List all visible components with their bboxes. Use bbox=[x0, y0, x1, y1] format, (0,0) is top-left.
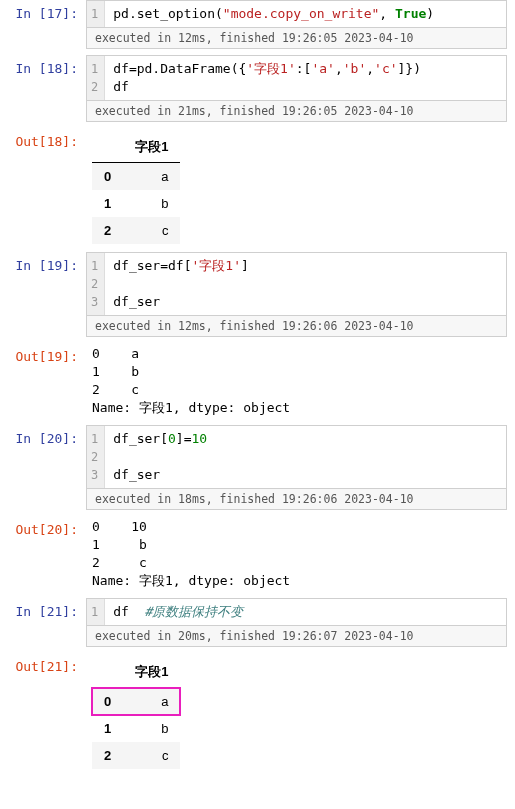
series-output-19: 0 a 1 b 2 c Name: 字段1, dtype: object bbox=[92, 345, 507, 417]
in-prompt-19: In [19]: bbox=[0, 252, 86, 273]
cell-in-21: In [21]: 1 df #原数据保持不变 executed in 20ms,… bbox=[0, 598, 515, 647]
output-area-20: 0 10 1 b 2 c Name: 字段1, dtype: object bbox=[86, 516, 507, 592]
exec-info-18: executed in 21ms, finished 19:26:05 2023… bbox=[87, 100, 506, 121]
input-area-20[interactable]: 1 2 3 df_ser[0]=10 df_ser executed in 18… bbox=[86, 425, 507, 510]
output-area-21: 字段1 0a 1b 2c bbox=[86, 653, 507, 771]
input-area-21[interactable]: 1 df #原数据保持不变 executed in 20ms, finished… bbox=[86, 598, 507, 647]
table-row: 1b bbox=[92, 190, 180, 217]
table-row: 0a bbox=[92, 163, 180, 191]
cell-in-17: In [17]: 1 pd.set_option("mode.copy_on_w… bbox=[0, 0, 515, 49]
output-area-18: 字段1 0a 1b 2c bbox=[86, 128, 507, 246]
dataframe-table-18: 字段1 0a 1b 2c bbox=[92, 132, 180, 244]
out-prompt-21: Out[21]: bbox=[0, 653, 86, 674]
code-block: 1 df #原数据保持不变 bbox=[87, 599, 506, 625]
exec-info-17: executed in 12ms, finished 19:26:05 2023… bbox=[87, 27, 506, 48]
output-area-19: 0 a 1 b 2 c Name: 字段1, dtype: object bbox=[86, 343, 507, 419]
input-area-19[interactable]: 1 2 3 df_ser=df['字段1'] df_ser executed i… bbox=[86, 252, 507, 337]
in-prompt-18: In [18]: bbox=[0, 55, 86, 76]
out-prompt-20: Out[20]: bbox=[0, 516, 86, 537]
code-block: 1 pd.set_option("mode.copy_on_write", Tr… bbox=[87, 1, 506, 27]
table-row-highlighted: 0a bbox=[92, 688, 180, 716]
code-21[interactable]: df #原数据保持不变 bbox=[105, 599, 506, 625]
cell-out-18: Out[18]: 字段1 0a 1b 2c bbox=[0, 128, 515, 246]
col-header: 字段1 bbox=[123, 657, 180, 688]
exec-info-19: executed in 12ms, finished 19:26:06 2023… bbox=[87, 315, 506, 336]
gutter: 1 bbox=[87, 1, 105, 27]
code-block: 1 2 df=pd.DataFrame({'字段1':['a','b','c']… bbox=[87, 56, 506, 100]
input-area-17[interactable]: 1 pd.set_option("mode.copy_on_write", Tr… bbox=[86, 0, 507, 49]
exec-info-21: executed in 20ms, finished 19:26:07 2023… bbox=[87, 625, 506, 646]
code-19[interactable]: df_ser=df['字段1'] df_ser bbox=[105, 253, 506, 315]
dataframe-table-21: 字段1 0a 1b 2c bbox=[92, 657, 180, 769]
col-header: 字段1 bbox=[123, 132, 180, 163]
cell-in-19: In [19]: 1 2 3 df_ser=df['字段1'] df_ser e… bbox=[0, 252, 515, 337]
gutter: 1 2 3 bbox=[87, 426, 105, 488]
cell-in-20: In [20]: 1 2 3 df_ser[0]=10 df_ser execu… bbox=[0, 425, 515, 510]
code-18[interactable]: df=pd.DataFrame({'字段1':['a','b','c']}) d… bbox=[105, 56, 506, 100]
cell-in-18: In [18]: 1 2 df=pd.DataFrame({'字段1':['a'… bbox=[0, 55, 515, 122]
gutter: 1 2 3 bbox=[87, 253, 105, 315]
out-prompt-19: Out[19]: bbox=[0, 343, 86, 364]
out-prompt-18: Out[18]: bbox=[0, 128, 86, 149]
table-row: 2c bbox=[92, 217, 180, 244]
code-block: 1 2 3 df_ser[0]=10 df_ser bbox=[87, 426, 506, 488]
code-block: 1 2 3 df_ser=df['字段1'] df_ser bbox=[87, 253, 506, 315]
in-prompt-17: In [17]: bbox=[0, 0, 86, 21]
cell-out-20: Out[20]: 0 10 1 b 2 c Name: 字段1, dtype: … bbox=[0, 516, 515, 592]
series-output-20: 0 10 1 b 2 c Name: 字段1, dtype: object bbox=[92, 518, 507, 590]
cell-out-21: Out[21]: 字段1 0a 1b 2c bbox=[0, 653, 515, 771]
table-row: 2c bbox=[92, 742, 180, 769]
gutter: 1 2 bbox=[87, 56, 105, 100]
code-20[interactable]: df_ser[0]=10 df_ser bbox=[105, 426, 506, 488]
in-prompt-20: In [20]: bbox=[0, 425, 86, 446]
input-area-18[interactable]: 1 2 df=pd.DataFrame({'字段1':['a','b','c']… bbox=[86, 55, 507, 122]
exec-info-20: executed in 18ms, finished 19:26:06 2023… bbox=[87, 488, 506, 509]
table-row: 1b bbox=[92, 715, 180, 742]
in-prompt-21: In [21]: bbox=[0, 598, 86, 619]
code-17[interactable]: pd.set_option("mode.copy_on_write", True… bbox=[105, 1, 506, 27]
gutter: 1 bbox=[87, 599, 105, 625]
cell-out-19: Out[19]: 0 a 1 b 2 c Name: 字段1, dtype: o… bbox=[0, 343, 515, 419]
